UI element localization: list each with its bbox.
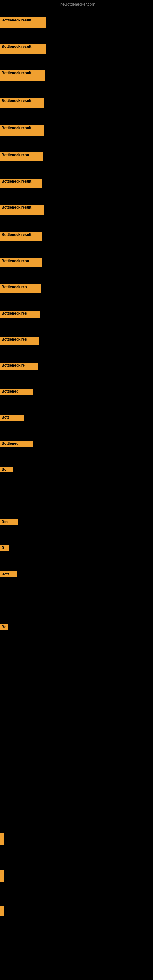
bottleneck-badge-22: Bo [0,624,8,630]
bottleneck-badge-5: Bottleneck result [0,125,44,136]
bottleneck-badge-9: Bottleneck result [0,232,42,241]
bottleneck-badge-19: Bot [0,519,18,525]
bottleneck-badge-8: Bottleneck result [0,205,44,215]
bottleneck-badge-13: Bottleneck res [0,337,39,345]
site-title: TheBottlenecker.com [0,2,153,6]
bottleneck-badge-16: Bott [0,415,24,421]
bar-item-24: | [0,870,4,882]
bar-item-23: | [0,833,4,845]
bottleneck-badge-12: Bottleneck res [0,310,40,318]
bottleneck-badge-14: Bottleneck re [0,363,38,370]
bottleneck-badge-20: B [0,545,9,550]
bottleneck-badge-2: Bottleneck result [0,44,46,54]
bottleneck-badge-21: Bott [0,571,17,577]
bottleneck-badge-10: Bottleneck resu [0,258,41,267]
bar-item-25: | [0,907,4,916]
bottleneck-badge-6: Bottleneck resu [0,152,43,161]
bottleneck-badge-17: Bottlenec [0,441,33,447]
bottleneck-badge-15: Bottlenec [0,389,33,395]
bottleneck-badge-3: Bottleneck result [0,70,45,81]
bottleneck-badge-1: Bottleneck result [0,18,46,28]
bottleneck-badge-4: Bottleneck result [0,98,44,108]
bottleneck-badge-11: Bottleneck res [0,284,41,293]
bottleneck-badge-7: Bottleneck result [0,178,42,188]
bottleneck-badge-18: Bo [0,467,13,472]
